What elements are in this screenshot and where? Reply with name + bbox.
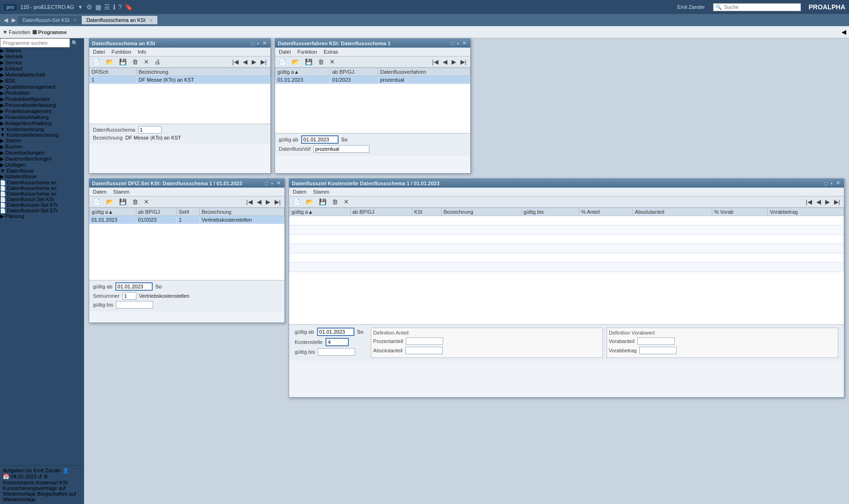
win4-maximize-btn[interactable]: ▪ [830, 181, 834, 186]
win2-cancel-btn[interactable]: ✕ [328, 57, 337, 66]
sidebar-item-dauerbuchungen[interactable]: ▶ Dauerbuchungen [0, 150, 84, 156]
sidebar-item-umlagen[interactable]: ▶ Umlagen [0, 162, 84, 168]
win2-datenflussvef-input[interactable] [313, 145, 369, 153]
win1-save-btn[interactable]: 💾 [117, 57, 128, 66]
win3-delete-btn[interactable]: 🗑 [130, 197, 140, 206]
help-icon[interactable]: ? [118, 3, 122, 11]
sidebar-item-produktion[interactable]: ▶ Produktion [0, 90, 84, 96]
win1-new-btn[interactable]: 📄 [91, 57, 102, 66]
win2-last-btn[interactable]: ▶| [459, 57, 468, 66]
win3-gueltig-ab-input[interactable] [115, 282, 153, 291]
tab-datenfluss-set-close[interactable]: ✕ [73, 18, 77, 23]
win4-restore-btn[interactable]: □ [823, 181, 828, 186]
sidebar-item-buchen[interactable]: ▶ Buchen [0, 144, 84, 150]
table-row[interactable]: 01.01.2023 01/2023 1 Vertriebskostenstel… [90, 216, 284, 224]
tabs-back-btn[interactable]: ◀ [2, 17, 10, 23]
win2-menu-funktion[interactable]: Funktion [297, 49, 318, 55]
settings-icon[interactable]: ⚙ [86, 3, 92, 11]
win2-menu-extras[interactable]: Extras [323, 49, 339, 55]
refresh-icon[interactable]: ↺ [38, 474, 42, 479]
win3-prev-btn[interactable]: ◀ [255, 197, 263, 206]
info-icon[interactable]: ℹ [113, 3, 115, 11]
table-row[interactable]: 1 DF Messe (KTo) an KST [90, 76, 270, 84]
win2-gueltig-ab-input[interactable] [301, 135, 339, 144]
dropdown-arrow-icon[interactable]: ▼ [78, 4, 83, 10]
win2-restore-btn[interactable]: □ [450, 41, 455, 46]
win1-cancel-btn[interactable]: ✕ [142, 57, 151, 66]
win1-restore-btn[interactable]: □ [250, 41, 255, 46]
win1-first-btn[interactable]: |◀ [230, 57, 240, 66]
win4-cancel-btn[interactable]: ✕ [342, 197, 351, 206]
win4-kostenstelle-input[interactable] [325, 338, 349, 346]
win3-cancel-btn[interactable]: ✕ [142, 197, 151, 206]
win1-menu-funktion[interactable]: Funktion [111, 49, 132, 55]
tabs-forward-btn[interactable]: ▶ [10, 17, 18, 23]
win3-restore-btn[interactable]: □ [264, 181, 269, 186]
win3-gueltig-bis-input[interactable] [116, 301, 153, 308]
win1-print-btn[interactable]: 🖨 [153, 57, 163, 66]
win2-menu-datei[interactable]: Datei [278, 49, 292, 55]
tab-datenflussschema[interactable]: Datenflussschema an KSt ✕ [82, 16, 158, 24]
win2-prev-btn[interactable]: ◀ [441, 57, 449, 66]
win1-last-btn[interactable]: ▶| [259, 57, 269, 66]
sidebar-item-datenflusszi-set[interactable]: 📄 Datenflusszi-Set KSt [0, 196, 84, 202]
grid-icon[interactable]: ▦ [95, 3, 101, 11]
fav-programme-btn[interactable]: ▦ Programme [32, 29, 67, 35]
win2-next-btn[interactable]: ▶ [450, 57, 458, 66]
win3-last-btn[interactable]: ▶| [273, 197, 283, 206]
tab-datenflussschema-close[interactable]: ✕ [149, 18, 153, 23]
win4-save-btn[interactable]: 💾 [317, 197, 328, 206]
sidebar-item-stamm2[interactable]: ▶ Stamm [0, 138, 84, 144]
win1-delete-btn[interactable]: 🗑 [130, 57, 140, 66]
sidebar-item-vertrieb[interactable]: ▶ Vertrieb [0, 54, 84, 60]
sidebar-item-dauerumbuchungen[interactable]: ▶ Dauerumbuchungen [0, 156, 84, 162]
win4-titlebar[interactable]: Datenflussziel Kostenstelle Datenflusssc… [289, 179, 844, 188]
win3-titlebar[interactable]: Datenflussziel DFIZ-Set KSt: Datenflusss… [89, 179, 284, 188]
sidebar-item-service[interactable]: ▶ Service [0, 60, 84, 66]
win1-menu-datei[interactable]: Datei [92, 49, 106, 55]
win4-new-btn[interactable]: 📄 [291, 197, 302, 206]
win4-open-btn[interactable]: 📂 [304, 197, 315, 206]
win1-titlebar[interactable]: Datenflussschema an KSt □ ▪ ✕ [89, 39, 270, 48]
win2-maximize-btn[interactable]: ▪ [456, 41, 460, 46]
nav-search-input[interactable] [0, 38, 70, 48]
win4-next-btn[interactable]: ▶ [823, 197, 832, 206]
tab-datenfluss-set[interactable]: Datenflusszi-Set KSt ✕ [18, 16, 82, 24]
win1-menu-info[interactable]: Info [137, 49, 147, 55]
win2-open-btn[interactable]: 📂 [290, 57, 301, 66]
link-kontenstamm[interactable]: Kontenstamm [3, 480, 35, 485]
sidebar-item-kostenstellenrechnung[interactable]: ▼ Kostenstellenrechnung [0, 132, 84, 138]
win3-open-btn[interactable]: 📂 [104, 197, 115, 206]
sidebar-item-qualitat[interactable]: ▶ Qualitätsmanagement [0, 84, 84, 90]
search-input[interactable] [724, 4, 799, 10]
win4-last-btn[interactable]: ▶| [832, 197, 842, 206]
sidebar-item-datenflussziel-set-etr[interactable]: 📄 Datenflussziel-Set ETr [0, 208, 84, 213]
win2-delete-btn[interactable]: 🗑 [316, 57, 326, 66]
settings-task-icon[interactable]: ⚙ [43, 474, 48, 479]
win3-new-btn[interactable]: 📄 [91, 197, 102, 206]
sidebar-item-datenflussschema2[interactable]: 📄 Datenflussschema an [0, 185, 84, 191]
win3-maximize-btn[interactable]: ▪ [270, 181, 274, 186]
win1-maximize-btn[interactable]: ▪ [256, 41, 260, 46]
win4-prozentanteil-input[interactable] [406, 337, 443, 345]
sidebar-item-einkauf[interactable]: ▶ Einkauf [0, 66, 84, 72]
win1-prev-btn[interactable]: ◀ [241, 57, 249, 66]
win2-titlebar[interactable]: Datenflussverfahren KSt: Datenflussschem… [275, 39, 470, 48]
sidebar-item-material[interactable]: ▶ Materialwirtschaft [0, 72, 84, 78]
win4-gueltig-bis-input[interactable] [318, 348, 355, 356]
win3-save-btn[interactable]: 💾 [117, 197, 128, 206]
win3-next-btn[interactable]: ▶ [264, 197, 272, 206]
win4-vorabanteil-input[interactable] [637, 337, 675, 345]
sidebar-item-lstdatenflusse[interactable]: ▶ lstdatenflüsse [0, 174, 84, 180]
sidebar-item-planung[interactable]: ▶ Planung [0, 213, 84, 219]
fav-favouriten-btn[interactable]: ★ Favoriten [3, 29, 30, 35]
win2-new-btn[interactable]: 📄 [277, 57, 288, 66]
win2-close-btn[interactable]: ✕ [461, 40, 467, 46]
link-kostenart[interactable]: Kostenart KSt [36, 480, 68, 485]
table-icon[interactable]: ☰ [104, 3, 110, 11]
win3-close-btn[interactable]: ✕ [276, 180, 282, 186]
win2-save-btn[interactable]: 💾 [303, 57, 314, 66]
win1-datenflussschema-input[interactable] [138, 126, 162, 133]
sidebar-item-anlagen[interactable]: ▶ Anlagenbuchhaltung [0, 120, 84, 126]
sidebar-item-datenflussziel-set-ktr[interactable]: 📄 Datenflussziel-Set KTr [0, 202, 84, 208]
